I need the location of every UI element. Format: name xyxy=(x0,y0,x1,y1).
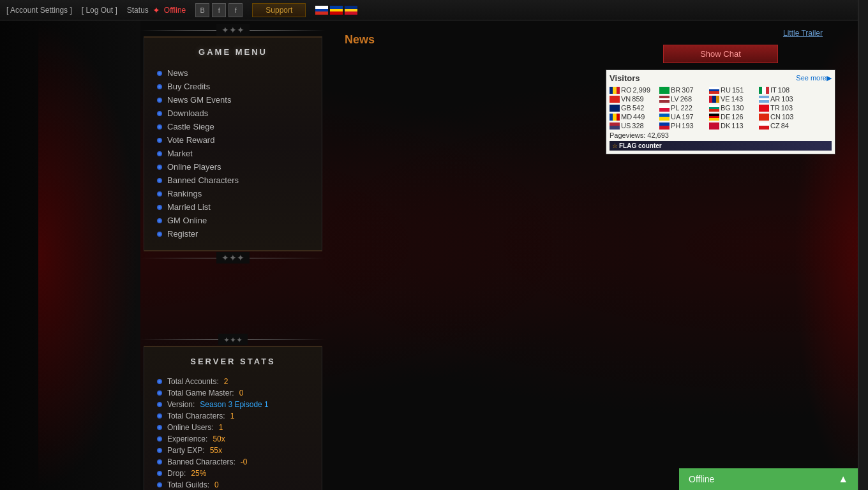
country-count-CZ: 84 xyxy=(781,122,789,130)
scrollbar[interactable] xyxy=(858,0,868,490)
menu-item-news-gm-events[interactable]: News GM Events xyxy=(144,93,322,107)
visitors-grid: RO 2,999 BR 307 RU 151 IT 108 VN 859 LV xyxy=(610,86,832,130)
stat-bullet-0 xyxy=(157,379,162,384)
menu-item-buy-credits[interactable]: Buy Credits xyxy=(144,80,322,93)
visitor-row-3: MD 449 UA 197 DE 126 CN 103 xyxy=(610,113,832,121)
country-count-VN: 859 xyxy=(632,95,643,103)
stat-bullet-7 xyxy=(157,459,162,464)
language-flags xyxy=(315,6,357,15)
menu-label-married-list: Married List xyxy=(167,202,211,212)
stat-value-5: 50x xyxy=(213,434,225,443)
country-count-UA: 197 xyxy=(682,113,693,121)
server-stats-container: SERVER STATS Total Accounts: 2 Total Gam… xyxy=(144,346,322,490)
visitor-cell-DK: DK 113 xyxy=(709,122,754,130)
flag-MD xyxy=(610,114,620,121)
menu-item-online-players[interactable]: Online Players xyxy=(144,160,322,174)
country-code-TR: TR xyxy=(770,104,780,112)
country-code-CN: CN xyxy=(770,113,781,121)
country-count-PL: 222 xyxy=(680,104,692,112)
visitor-cell-US: US 328 xyxy=(610,122,654,130)
menu-item-register[interactable]: Register xyxy=(144,227,322,241)
flag-PH xyxy=(659,122,670,130)
visitor-cell-CZ: CZ 84 xyxy=(759,122,804,130)
status-value: Offline xyxy=(164,6,186,15)
lang-flag-md[interactable] xyxy=(330,6,343,15)
menu-label-banned-characters: Banned Characters xyxy=(167,175,239,185)
visitor-cell-PL: PL 222 xyxy=(659,104,704,112)
top-bar: [ Account Settings ] [ Log Out ] Status … xyxy=(0,0,868,20)
flag-LV xyxy=(659,96,670,103)
server-stats-title: SERVER STATS xyxy=(144,357,322,366)
game-menu-title: GAME MENU xyxy=(144,47,322,57)
facebook-icon-1[interactable]: f xyxy=(212,3,226,17)
news-section-title: News xyxy=(345,33,602,47)
stat-label-6: Party EXP: xyxy=(167,446,205,455)
country-code-PL: PL xyxy=(671,104,679,112)
menu-item-news[interactable]: News xyxy=(144,66,322,80)
menu-item-vote-reward[interactable]: Vote Reward xyxy=(144,133,322,147)
flag-counter-bar[interactable]: ☆ FLAG counter xyxy=(610,141,832,151)
menu-bullet-online-players xyxy=(157,165,162,170)
menu-label-buy-credits: Buy Credits xyxy=(167,82,210,91)
country-code-UA: UA xyxy=(671,113,680,121)
show-chat-button[interactable]: Show Chat xyxy=(663,45,778,63)
flag-CZ xyxy=(759,122,769,130)
stat-label-1: Total Game Master: xyxy=(167,389,234,397)
visitor-row-1: VN 859 LV 268 VE 143 AR 103 xyxy=(610,95,832,103)
logout-link[interactable]: [ Log Out ] xyxy=(82,6,117,15)
menu-label-register: Register xyxy=(167,229,198,239)
visitor-row-2: GB 542 PL 222 BG 130 TR 103 xyxy=(610,104,832,112)
visitor-cell-IT: IT 108 xyxy=(759,86,804,94)
status-icon: ✦ xyxy=(153,5,160,15)
account-settings-link[interactable]: [ Account Settings ] xyxy=(6,6,72,15)
stat-bullet-3 xyxy=(157,413,162,419)
stat-item-2: Version: Season 3 Episode 1 xyxy=(144,399,322,410)
menu-bullet-married-list xyxy=(157,205,162,210)
visitor-cell-RO: RO 2,999 xyxy=(610,86,654,94)
menu-label-news-gm-events: News GM Events xyxy=(167,95,231,105)
flag-US xyxy=(610,122,620,130)
menu-bullet-news-gm-events xyxy=(157,98,162,103)
country-count-DK: 113 xyxy=(731,122,743,130)
menu-label-castle-siege: Castle Siege xyxy=(167,122,214,131)
lang-flag-ro[interactable] xyxy=(345,6,357,15)
lang-flag-ru[interactable] xyxy=(315,6,328,15)
stat-label-4: Online Users: xyxy=(167,423,214,432)
menu-item-downloads[interactable]: Downloads xyxy=(144,107,322,120)
stat-value-1: 0 xyxy=(239,389,244,397)
menu-bullet-vote-reward xyxy=(157,138,162,143)
stat-bullet-9 xyxy=(157,482,162,487)
country-code-AR: AR xyxy=(770,95,780,103)
stat-item-0: Total Accounts: 2 xyxy=(144,376,322,387)
offline-chat-widget[interactable]: Offline ▲ xyxy=(679,468,858,490)
stat-item-5: Experience: 50x xyxy=(144,433,322,445)
facebook-icon-2[interactable]: f xyxy=(228,3,243,17)
menu-item-castle-siege[interactable]: Castle Siege xyxy=(144,120,322,133)
country-code-PH: PH xyxy=(671,122,680,130)
menu-item-married-list[interactable]: Married List xyxy=(144,200,322,214)
visitors-widget: Visitors See more▶ RO 2,999 BR 307 RU 15… xyxy=(606,70,835,154)
menu-item-rankings[interactable]: Rankings xyxy=(144,187,322,200)
expand-icon: ▲ xyxy=(838,473,848,485)
menu-item-market[interactable]: Market xyxy=(144,147,322,160)
visitor-cell-RU: RU 151 xyxy=(709,86,754,94)
stat-value-0: 2 xyxy=(224,377,228,386)
stat-item-6: Party EXP: 55x xyxy=(144,445,322,456)
little-trailer-link[interactable]: Little Trailer xyxy=(777,26,829,41)
visitor-row-0: RO 2,999 BR 307 RU 151 IT 108 xyxy=(610,86,832,94)
stat-value-3: 1 xyxy=(230,412,235,420)
menu-bullet-buy-credits xyxy=(157,84,162,89)
country-code-DE: DE xyxy=(721,113,730,121)
menu-item-banned-characters[interactable]: Banned Characters xyxy=(144,174,322,187)
flag-IT xyxy=(759,87,769,94)
country-code-MD: MD xyxy=(621,113,632,121)
flag-AR xyxy=(759,96,769,103)
status-label: Status xyxy=(127,6,149,15)
flag-counter-logo: ☆ FLAG counter xyxy=(612,142,662,149)
support-button[interactable]: Support xyxy=(252,3,306,17)
see-more-link[interactable]: See more▶ xyxy=(796,74,832,82)
menu-item-gm-online[interactable]: GM Online xyxy=(144,214,322,227)
blog-icon[interactable]: B xyxy=(195,3,209,17)
offline-label: Offline xyxy=(689,474,714,484)
flag-TR xyxy=(759,105,769,112)
